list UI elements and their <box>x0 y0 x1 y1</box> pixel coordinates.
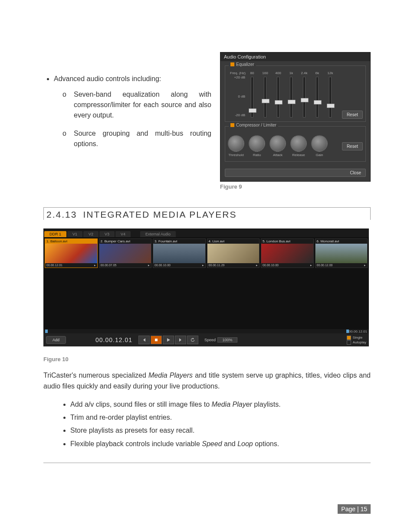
feature-item: Store playlists as presets for easy reca… <box>70 424 371 437</box>
tab-ddr1[interactable]: DDR 1 <box>44 231 66 237</box>
clip-item[interactable]: 4. Lion.avi00.00.11.29▸ <box>207 238 260 268</box>
feature-item: Flexible playback controls include varia… <box>70 437 371 450</box>
eq-slider[interactable] <box>316 77 319 117</box>
main-timecode: 00.00.12.01 <box>95 336 132 343</box>
band-freq: 1k <box>289 71 293 75</box>
eq-slider[interactable] <box>251 77 253 117</box>
feature-item: Trim and re-order playlist entries. <box>70 411 371 424</box>
db-label: +20 dB <box>228 75 245 79</box>
figure-10-caption: Figure 10 <box>43 356 371 362</box>
close-button[interactable]: Close <box>225 169 366 177</box>
clip-play-icon[interactable]: ▸ <box>256 264 258 267</box>
clip-name: 2. Bumper Cars.avi <box>99 239 151 244</box>
clip-item[interactable]: 3. Fountain.avi00.00.10.00▸ <box>153 238 206 268</box>
eq-slider[interactable] <box>290 77 292 117</box>
clip-item[interactable]: 2. Bumper Cars.avi00.00.07.05▸ <box>99 238 152 268</box>
clip-timecode: 00.00.07.05 <box>101 264 117 267</box>
speed-control[interactable]: Speed 100% <box>204 337 237 343</box>
clip-timecode: 00.00.10.00 <box>263 264 279 267</box>
freq-axis-label: Freq. (Hz) <box>230 71 246 75</box>
section-number: 2.4.13 <box>46 209 77 219</box>
loop-button[interactable] <box>187 336 198 344</box>
feature-list: Add a/v clips, sound files or still imag… <box>70 398 371 451</box>
clip-play-icon[interactable]: ▸ <box>364 264 366 267</box>
scrub-timecode: 00.00.12.01 <box>349 330 367 333</box>
clip-timecode: 00.00.12.01 <box>46 264 62 267</box>
figure-9-caption: Figure 9 <box>220 183 371 190</box>
compressor-label: Compressor / Limiter <box>236 123 276 127</box>
clip-name: 3. Fountain.avi <box>153 239 205 244</box>
clip-thumbnail <box>261 244 313 263</box>
band-freq: 160 <box>262 71 268 75</box>
knob-label: Threshold <box>228 153 244 157</box>
db-label: -20 dB <box>228 113 245 117</box>
comp-reset-button[interactable]: Reset <box>342 142 363 150</box>
eq-slider[interactable] <box>303 77 306 117</box>
sub-bullet: Source grouping and multi-bus routing op… <box>74 128 211 149</box>
db-label: 0 dB <box>228 95 245 98</box>
clip-item[interactable]: 6. Monorail.avi00.00.12.00▸ <box>315 238 368 268</box>
eq-slider[interactable] <box>329 77 332 117</box>
band-freq: 80 <box>250 71 254 75</box>
next-button[interactable] <box>175 336 186 344</box>
speed-value: 100% <box>223 338 233 342</box>
single-label: Single <box>353 336 362 339</box>
autoplay-label: Autoplay <box>353 340 366 344</box>
clip-thumbnail <box>207 244 260 263</box>
knob-label: Ratio <box>249 153 265 157</box>
equalizer-enable-checkbox[interactable] <box>230 62 234 66</box>
section-title: INTEGRATED MEDIA PLAYERS <box>83 209 237 219</box>
page-number: Page | 15 <box>338 504 371 514</box>
tabs: DDR 1 V1 V2 V3 V4 External Audio <box>43 228 369 237</box>
sub-bullet: Seven-band equalization along with compr… <box>74 89 211 121</box>
compressor-enable-checkbox[interactable] <box>230 123 234 127</box>
band-freq: 2.4k <box>301 71 307 75</box>
tab-v1[interactable]: V1 <box>67 231 82 237</box>
scrub-bar[interactable]: 00.00.12.01 <box>43 329 369 333</box>
clip-play-icon[interactable]: ▸ <box>148 264 150 267</box>
tab-v4[interactable]: V4 <box>115 231 131 237</box>
attack-knob[interactable] <box>269 135 286 152</box>
knob-label: Attack <box>269 153 286 157</box>
knob-label: Release <box>290 153 307 157</box>
stop-button[interactable] <box>151 336 162 344</box>
equalizer-label: Equalizer <box>236 62 254 67</box>
clip-name: 5. London Bus.avi <box>261 239 313 244</box>
clip-thumbnail <box>45 244 97 263</box>
eq-slider[interactable] <box>264 77 266 117</box>
tab-v2[interactable]: V2 <box>83 231 99 237</box>
autoplay-checkbox[interactable]: Autoplay <box>347 340 366 345</box>
clip-item[interactable]: 1. Balloon.avi00.00.12.01▸ <box>45 238 98 268</box>
band-freq: 6k <box>315 71 319 75</box>
clip-play-icon[interactable]: ▸ <box>202 264 204 267</box>
eq-slider[interactable] <box>277 77 279 117</box>
clip-timecode: 00.00.10.00 <box>154 264 171 267</box>
footer-rule <box>43 463 371 463</box>
audio-config-panel: Audio Configuration Equalizer Freq. (Hz)… <box>220 52 371 182</box>
clip-strip: 1. Balloon.avi00.00.12.01▸2. Bumper Cars… <box>43 237 369 269</box>
eq-reset-button[interactable]: Reset <box>342 111 363 119</box>
add-button[interactable]: Add <box>46 336 66 344</box>
clip-play-icon[interactable]: ▸ <box>94 264 96 267</box>
playlist-area[interactable] <box>43 269 369 329</box>
gain-knob[interactable] <box>311 135 328 152</box>
prev-button[interactable] <box>138 336 150 344</box>
band-freq: 400 <box>275 71 281 75</box>
intro-bullet-text: Advanced audio controls including: <box>54 75 161 82</box>
clip-thumbnail <box>153 244 205 263</box>
tab-external-audio[interactable]: External Audio <box>140 231 176 237</box>
play-button[interactable] <box>163 336 174 344</box>
ratio-knob[interactable] <box>249 135 265 152</box>
clip-play-icon[interactable]: ▸ <box>310 264 312 267</box>
single-checkbox[interactable]: Single <box>347 336 366 340</box>
clip-name: 4. Lion.avi <box>207 239 260 244</box>
threshold-knob[interactable] <box>228 135 244 152</box>
equalizer-group: Equalizer Freq. (Hz) +20 dB 0 dB -20 dB … <box>225 65 366 122</box>
clip-item[interactable]: 5. London Bus.avi00.00.10.00▸ <box>261 238 314 268</box>
release-knob[interactable] <box>290 135 307 152</box>
scrub-in-marker-icon[interactable] <box>45 330 48 333</box>
media-player-panel: DDR 1 V1 V2 V3 V4 External Audio 1. Ball… <box>43 228 369 346</box>
svg-rect-0 <box>155 339 158 341</box>
clip-thumbnail <box>99 244 151 263</box>
tab-v3[interactable]: V3 <box>99 231 115 237</box>
